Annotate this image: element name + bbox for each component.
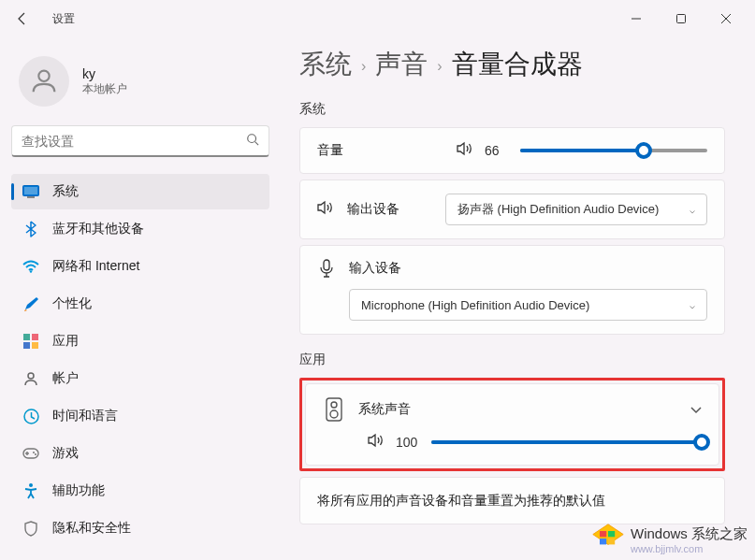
nav-gaming[interactable]: 游戏 xyxy=(11,436,269,471)
svg-rect-29 xyxy=(608,538,615,544)
search-icon xyxy=(246,133,259,149)
svg-rect-27 xyxy=(608,531,615,537)
breadcrumb-mixer: 音量合成器 xyxy=(452,47,583,82)
breadcrumb-system[interactable]: 系统 xyxy=(299,47,352,82)
output-device-dropdown[interactable]: 扬声器 (High Definition Audio Device) ⌵ xyxy=(445,194,707,225)
chevron-down-icon: ⌵ xyxy=(690,300,695,310)
svg-rect-28 xyxy=(600,538,606,544)
content: 系统 › 声音 › 音量合成器 系统 音量 66 xyxy=(281,37,755,560)
chevron-down-icon: ⌵ xyxy=(690,205,695,215)
speaker-icon[interactable] xyxy=(368,433,385,452)
watermark: Windows 系统之家 www.bjjmlv.com xyxy=(591,523,748,556)
nav: 系统 蓝牙和其他设备 网络和 Internet 个性化 应用 帐户 xyxy=(11,174,269,546)
maximize-button[interactable] xyxy=(660,4,703,34)
avatar xyxy=(19,56,69,107)
shield-icon xyxy=(22,520,39,537)
volume-card: 音量 66 xyxy=(299,127,725,174)
search-box[interactable] xyxy=(11,125,269,157)
apps-icon xyxy=(22,333,39,350)
svg-rect-10 xyxy=(32,334,38,340)
nav-label: 游戏 xyxy=(52,445,79,462)
svg-point-24 xyxy=(330,410,338,418)
nav-label: 帐户 xyxy=(52,370,79,387)
close-button[interactable] xyxy=(704,4,748,34)
gamepad-icon xyxy=(22,445,39,462)
bluetooth-icon xyxy=(22,221,39,237)
nav-accessibility[interactable]: 辅助功能 xyxy=(11,473,269,509)
windows-logo-icon xyxy=(591,523,625,556)
svg-rect-1 xyxy=(677,15,686,23)
nav-bluetooth[interactable]: 蓝牙和其他设备 xyxy=(11,211,269,247)
nav-label: 蓝牙和其他设备 xyxy=(52,221,144,237)
system-icon xyxy=(22,183,39,200)
svg-point-2 xyxy=(38,71,49,81)
nav-system[interactable]: 系统 xyxy=(11,174,269,209)
output-device-card: 输出设备 扬声器 (High Definition Audio Device) … xyxy=(299,179,725,239)
svg-point-13 xyxy=(28,373,34,379)
system-sound-card-highlight: 系统声音 100 xyxy=(299,378,725,471)
system-sound-slider[interactable] xyxy=(431,433,702,452)
speaker-box-icon xyxy=(323,397,345,422)
svg-rect-9 xyxy=(23,334,30,340)
profile[interactable]: ky 本地帐户 xyxy=(11,45,269,125)
nav-label: 网络和 Internet xyxy=(52,258,139,275)
output-device-value: 扬声器 (High Definition Audio Device) xyxy=(457,201,682,218)
speaker-icon xyxy=(317,200,334,219)
watermark-main: Windows 系统之家 xyxy=(631,525,748,543)
nav-privacy[interactable]: 隐私和安全性 xyxy=(11,510,269,546)
svg-rect-6 xyxy=(24,187,37,194)
nav-label: 个性化 xyxy=(52,295,92,312)
search-input[interactable] xyxy=(22,134,246,149)
volume-slider[interactable] xyxy=(520,141,707,160)
back-button[interactable] xyxy=(7,4,37,34)
minimize-button[interactable] xyxy=(615,4,658,34)
nav-time-language[interactable]: 时间和语言 xyxy=(11,398,269,434)
input-device-card: 输入设备 Microphone (High Definition Audio D… xyxy=(299,245,725,335)
nav-personalization[interactable]: 个性化 xyxy=(11,286,269,322)
input-device-value: Microphone (High Definition Audio Device… xyxy=(361,298,682,312)
speaker-icon[interactable] xyxy=(457,141,473,160)
svg-point-18 xyxy=(33,452,35,453)
svg-rect-21 xyxy=(324,260,329,270)
sidebar: ky 本地帐户 系统 蓝牙和其他设备 网络和 Internet xyxy=(0,37,281,560)
svg-rect-11 xyxy=(23,342,30,349)
svg-point-23 xyxy=(331,402,337,408)
account-icon xyxy=(22,370,39,387)
svg-point-3 xyxy=(248,135,256,143)
reset-text: 将所有应用的声音设备和音量重置为推荐的默认值 xyxy=(317,491,707,510)
nav-label: 应用 xyxy=(52,333,79,350)
nav-accounts[interactable]: 帐户 xyxy=(11,361,269,396)
expand-button[interactable] xyxy=(690,401,702,418)
microphone-icon xyxy=(317,259,336,278)
output-label: 输出设备 xyxy=(347,201,399,218)
clock-icon xyxy=(22,408,39,424)
breadcrumb-sound[interactable]: 声音 xyxy=(375,47,428,82)
input-device-dropdown[interactable]: Microphone (High Definition Audio Device… xyxy=(349,289,707,321)
svg-rect-12 xyxy=(32,342,38,349)
nav-apps[interactable]: 应用 xyxy=(11,323,269,359)
nav-label: 隐私和安全性 xyxy=(52,520,131,537)
window-title: 设置 xyxy=(52,11,75,27)
input-label: 输入设备 xyxy=(349,260,401,277)
reset-card: 将所有应用的声音设备和音量重置为推荐的默认值 xyxy=(299,477,725,524)
section-system-title: 系统 xyxy=(299,101,725,118)
svg-point-19 xyxy=(35,453,36,455)
nav-network[interactable]: 网络和 Internet xyxy=(11,249,269,284)
svg-point-20 xyxy=(29,483,33,487)
nav-label: 辅助功能 xyxy=(52,482,105,499)
breadcrumb: 系统 › 声音 › 音量合成器 xyxy=(299,47,725,82)
system-sound-label: 系统声音 xyxy=(358,401,411,418)
watermark-sub: www.bjjmlv.com xyxy=(631,543,748,554)
svg-line-4 xyxy=(255,142,259,146)
accessibility-icon xyxy=(22,482,39,499)
brush-icon xyxy=(22,295,39,312)
svg-point-8 xyxy=(30,270,32,272)
profile-subtitle: 本地帐户 xyxy=(82,81,127,97)
system-sound-value: 100 xyxy=(396,435,420,450)
profile-name: ky xyxy=(82,66,127,81)
section-apps-title: 应用 xyxy=(299,352,725,368)
chevron-right-icon: › xyxy=(361,58,366,75)
volume-value: 66 xyxy=(485,143,509,158)
nav-label: 时间和语言 xyxy=(52,408,118,424)
wifi-icon xyxy=(22,258,39,275)
